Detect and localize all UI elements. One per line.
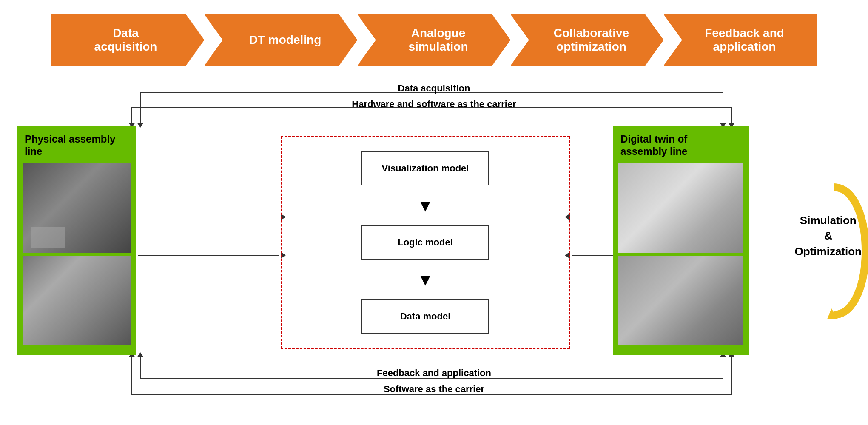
step5-arrow: Feedback and application <box>664 14 817 66</box>
step4-label: Collaborative optimization <box>554 26 629 54</box>
sim-label3: Optimization <box>795 245 862 258</box>
data-model-block: Data model <box>361 299 489 334</box>
step2-label: DT modeling <box>249 33 322 47</box>
sim-label2: & <box>824 229 832 242</box>
sim-label1: Simulation <box>800 214 857 227</box>
step2-arrow: DT modeling <box>205 14 358 66</box>
diagram-area: Data acquisition Hardware and software a… <box>0 77 868 425</box>
physical-assembly-box: Physical assemblyline <box>17 126 136 355</box>
label-software: Software as the carrier <box>384 384 484 395</box>
top-banner: Data acquisition DT modeling Analogue si… <box>0 0 868 77</box>
physical-assembly-title: Physical assemblyline <box>23 131 131 160</box>
factory-image-2 <box>23 256 131 345</box>
digital-twin-box: Digital twin ofassembly line <box>613 126 749 355</box>
step3-label: Analogue simulation <box>408 26 468 54</box>
visualization-model-label: Visualization model <box>382 163 469 174</box>
step3-arrow: Analogue simulation <box>358 14 511 66</box>
dt-image-2 <box>618 256 743 345</box>
digital-twin-title: Digital twin ofassembly line <box>618 131 743 160</box>
down-arrow-2: ▼ <box>417 271 434 288</box>
data-model-label: Data model <box>400 311 451 322</box>
svg-marker-3 <box>137 123 144 128</box>
logic-model-block: Logic model <box>361 225 489 260</box>
down-arrow-1: ▼ <box>417 197 434 214</box>
label-data-acquisition: Data acquisition <box>398 83 470 94</box>
svg-marker-25 <box>137 352 144 357</box>
step1-arrow: Data acquisition <box>51 14 205 66</box>
step5-label: Feedback and application <box>705 26 784 54</box>
visualization-model-block: Visualization model <box>361 151 489 185</box>
svg-marker-32 <box>827 308 838 319</box>
step1-label: Data acquisition <box>94 26 157 54</box>
label-hardware-software: Hardware and software as the carrier <box>352 99 516 110</box>
factory-image-1 <box>23 163 131 253</box>
dt-image-1 <box>618 163 743 253</box>
logic-model-label: Logic model <box>398 237 453 248</box>
simulation-optimization-label: Simulation & Optimization <box>795 213 862 259</box>
step4-arrow: Collaborative optimization <box>511 14 664 66</box>
center-model-box: Visualization model ▼ Logic model ▼ Data… <box>281 136 570 349</box>
label-feedback: Feedback and application <box>377 368 491 379</box>
